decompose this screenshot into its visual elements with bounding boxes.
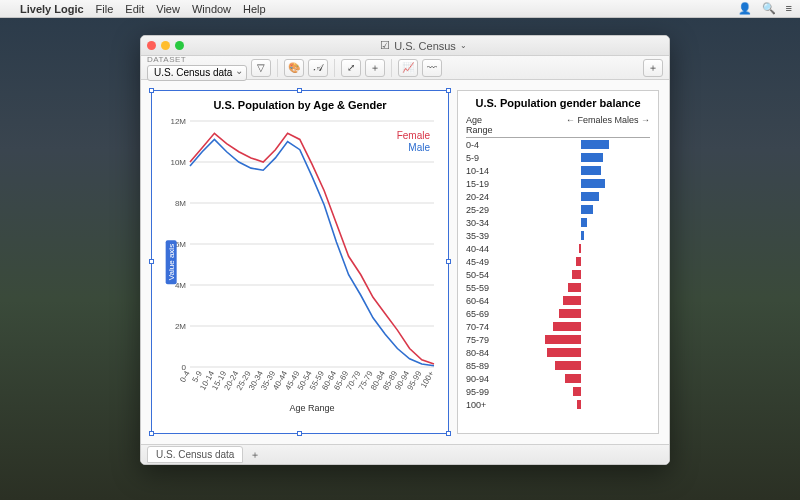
age-label: 60-64 (466, 296, 511, 306)
toolbar: DATASET U.S. Census data ▽ 🎨 𝒜 ⤢ ＋ 📈 〰 ＋ (141, 56, 669, 80)
window-title: U.S. Census (394, 40, 456, 52)
age-label: 10-14 (466, 166, 511, 176)
balance-bar (511, 361, 650, 370)
balance-bar (511, 374, 650, 383)
menu-window[interactable]: Window (192, 3, 231, 15)
balance-row: 95-99 (466, 385, 650, 398)
balance-row: 85-89 (466, 359, 650, 372)
fonts-button[interactable]: 𝒜 (308, 59, 328, 77)
balance-row: 0-4 (466, 138, 650, 151)
header-fm: ← Females Males → (566, 115, 650, 135)
balance-bar (511, 205, 650, 214)
chart-type-line-button[interactable]: 📈 (398, 59, 418, 77)
balance-bar (511, 309, 650, 318)
age-label: 35-39 (466, 231, 511, 241)
age-label: 0-4 (466, 140, 511, 150)
balance-row: 80-84 (466, 346, 650, 359)
add-sheet-button[interactable]: ＋ (247, 448, 263, 462)
balance-row: 55-59 (466, 281, 650, 294)
svg-text:0-4: 0-4 (178, 369, 192, 384)
balance-bar (511, 270, 650, 279)
svg-text:10M: 10M (170, 158, 186, 167)
y-axis-label-badge[interactable]: Value axis (166, 240, 177, 284)
balance-row: 70-74 (466, 320, 650, 333)
resize-handle[interactable] (446, 259, 451, 264)
age-label: 65-69 (466, 309, 511, 319)
svg-text:8M: 8M (175, 199, 186, 208)
menu-help[interactable]: Help (243, 3, 266, 15)
filter-button[interactable]: ▽ (251, 59, 271, 77)
balance-row: 50-54 (466, 268, 650, 281)
menubar: Lively Logic File Edit View Window Help … (0, 0, 800, 18)
chart-panel-balance[interactable]: U.S. Population gender balance Age Range… (457, 90, 659, 434)
titlebar[interactable]: ☑︎ U.S. Census ⌄ (141, 36, 669, 56)
chart-panel-line[interactable]: Value axis U.S. Population by Age & Gend… (151, 90, 449, 434)
resize-handle[interactable] (446, 431, 451, 436)
balance-bar (511, 283, 650, 292)
age-label: 95-99 (466, 387, 511, 397)
age-label: 70-74 (466, 322, 511, 332)
balance-row: 100+ (466, 398, 650, 411)
title-dropdown-icon[interactable]: ⌄ (460, 41, 467, 50)
sheet-tab[interactable]: U.S. Census data (147, 446, 243, 463)
resize-handle[interactable] (297, 431, 302, 436)
header-age: Age Range (466, 115, 511, 135)
search-icon[interactable]: 🔍 (762, 2, 776, 15)
chart-title: U.S. Population by Age & Gender (160, 99, 440, 111)
chart-type-smooth-button[interactable]: 〰 (422, 59, 442, 77)
balance-bar (511, 140, 650, 149)
age-label: 20-24 (466, 192, 511, 202)
balance-bar (511, 231, 650, 240)
balance-bar (511, 179, 650, 188)
add-element-button[interactable]: ＋ (365, 59, 385, 77)
balance-row: 60-64 (466, 294, 650, 307)
resize-handle[interactable] (149, 88, 154, 93)
balance-bar (511, 244, 650, 253)
document-window: ☑︎ U.S. Census ⌄ DATASET U.S. Census dat… (140, 35, 670, 465)
line-chart: 02M4M6M8M10M12M0-45-910-1415-1920-2425-2… (160, 115, 440, 415)
balance-bar (511, 166, 650, 175)
chart-title: U.S. Population gender balance (466, 97, 650, 109)
balance-bar (511, 296, 650, 305)
resize-handle[interactable] (149, 259, 154, 264)
age-label: 75-79 (466, 335, 511, 345)
balance-row: 35-39 (466, 229, 650, 242)
sheet-tabs: U.S. Census data ＋ (141, 444, 669, 464)
balance-row: 90-94 (466, 372, 650, 385)
balance-rows: 0-45-910-1415-1920-2425-2930-3435-3940-4… (466, 138, 650, 411)
dataset-label: DATASET (147, 55, 247, 64)
svg-text:2M: 2M (175, 322, 186, 331)
age-label: 30-34 (466, 218, 511, 228)
balance-bar (511, 387, 650, 396)
menu-edit[interactable]: Edit (125, 3, 144, 15)
menu-view[interactable]: View (156, 3, 180, 15)
age-label: 55-59 (466, 283, 511, 293)
resize-handle[interactable] (149, 431, 154, 436)
app-name[interactable]: Lively Logic (20, 3, 84, 15)
balance-bar (511, 192, 650, 201)
menu-file[interactable]: File (96, 3, 114, 15)
age-label: 15-19 (466, 179, 511, 189)
svg-text:100+: 100+ (419, 369, 436, 389)
balance-row: 5-9 (466, 151, 650, 164)
user-icon[interactable]: 👤 (738, 2, 752, 15)
add-panel-button[interactable]: ＋ (643, 59, 663, 77)
age-label: 100+ (466, 400, 511, 410)
resize-handle[interactable] (297, 88, 302, 93)
style-palette-button[interactable]: 🎨 (284, 59, 304, 77)
balance-header: Age Range ← Females Males → (466, 113, 650, 138)
dataset-select[interactable]: U.S. Census data (147, 65, 247, 81)
close-button[interactable] (147, 41, 156, 50)
age-label: 90-94 (466, 374, 511, 384)
balance-row: 45-49 (466, 255, 650, 268)
zoom-button[interactable] (175, 41, 184, 50)
age-label: 85-89 (466, 361, 511, 371)
balance-bar (511, 218, 650, 227)
balance-row: 25-29 (466, 203, 650, 216)
fit-button[interactable]: ⤢ (341, 59, 361, 77)
separator (391, 59, 392, 77)
minimize-button[interactable] (161, 41, 170, 50)
resize-handle[interactable] (446, 88, 451, 93)
balance-row: 15-19 (466, 177, 650, 190)
list-icon[interactable]: ≡ (786, 2, 792, 15)
